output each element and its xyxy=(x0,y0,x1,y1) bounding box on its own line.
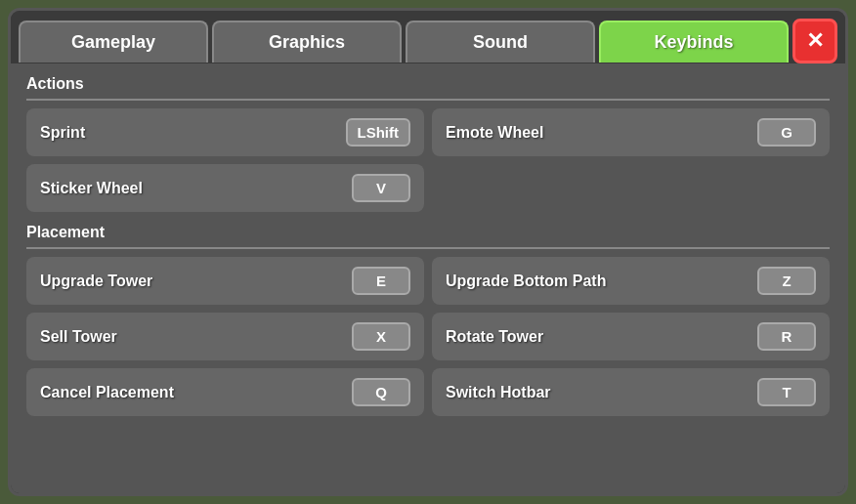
rotate-tower-key[interactable]: R xyxy=(757,322,816,351)
section-title-placement: Placement xyxy=(26,224,830,249)
cancel-placement-key[interactable]: Q xyxy=(352,378,410,406)
section-title-actions: Actions xyxy=(26,75,830,101)
close-button[interactable]: ✕ xyxy=(792,19,837,63)
emote-wheel-key[interactable]: G xyxy=(757,118,816,147)
keybind-switch-hotbar: Switch Hotbar T xyxy=(432,368,830,416)
rotate-tower-label: Rotate Tower xyxy=(446,328,543,346)
sell-tower-label: Sell Tower xyxy=(40,328,117,346)
keybind-sell-tower: Sell Tower X xyxy=(26,313,424,360)
tab-keybinds[interactable]: Keybinds xyxy=(599,21,789,63)
keybind-sprint: Sprint LShift xyxy=(26,108,424,156)
cancel-placement-label: Cancel Placement xyxy=(40,384,174,401)
settings-modal: Gameplay Graphics Sound Keybinds ✕ Actio… xyxy=(8,8,848,496)
switch-hotbar-label: Switch Hotbar xyxy=(446,384,551,401)
switch-hotbar-key[interactable]: T xyxy=(757,378,816,406)
tab-bar: Gameplay Graphics Sound Keybinds ✕ xyxy=(11,11,845,63)
keybind-cancel-placement: Cancel Placement Q xyxy=(26,368,424,416)
upgrade-bottom-path-label: Upgrade Bottom Path xyxy=(446,273,606,290)
sticker-wheel-label: Sticker Wheel xyxy=(40,180,143,197)
keybind-upgrade-bottom-path: Upgrade Bottom Path Z xyxy=(432,257,830,305)
sprint-key[interactable]: LShift xyxy=(346,118,411,147)
tab-sound[interactable]: Sound xyxy=(406,21,595,63)
tab-gameplay[interactable]: Gameplay xyxy=(19,21,208,63)
sticker-wheel-key[interactable]: V xyxy=(352,174,410,202)
upgrade-bottom-path-key[interactable]: Z xyxy=(757,267,816,295)
keybind-rotate-tower: Rotate Tower R xyxy=(432,313,830,360)
upgrade-tower-label: Upgrade Tower xyxy=(40,273,152,290)
sell-tower-key[interactable]: X xyxy=(352,322,410,351)
sprint-label: Sprint xyxy=(40,124,85,142)
keybind-emote-wheel: Emote Wheel G xyxy=(432,108,830,156)
emote-wheel-label: Emote Wheel xyxy=(446,124,543,142)
tab-graphics[interactable]: Graphics xyxy=(212,21,402,63)
upgrade-tower-key[interactable]: E xyxy=(352,267,410,295)
placement-grid: Upgrade Tower E Upgrade Bottom Path Z Se… xyxy=(26,257,830,416)
keybind-sticker-wheel: Sticker Wheel V xyxy=(26,164,424,212)
actions-grid: Sprint LShift Emote Wheel G Sticker Whee… xyxy=(26,108,830,212)
keybind-upgrade-tower: Upgrade Tower E xyxy=(26,257,424,305)
content-area: Actions Sprint LShift Emote Wheel G Stic… xyxy=(11,63,845,493)
